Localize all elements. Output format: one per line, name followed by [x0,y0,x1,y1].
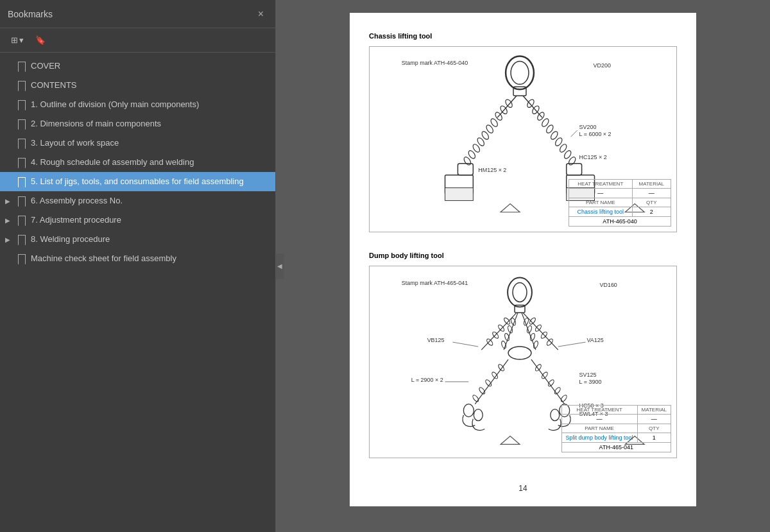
bookmark-item-4[interactable]: 4. Rough schedule of assembly and weldin… [0,153,275,172]
bookmark-icon: 🔖 [35,35,46,45]
bookmark-flag-icon [15,139,27,148]
svg-line-67 [452,342,478,347]
svg-text:SV125: SV125 [579,372,597,378]
bookmark-item-6[interactable]: 6. Assembly process No. [0,191,275,210]
bookmark-item-1[interactable]: 1. Outline of division (Only main compon… [0,95,275,114]
part-name-value: Split dump body lifting tool [561,433,637,443]
sidebar-toolbar: ⊞ ▾ 🔖 [0,28,275,53]
svg-point-59 [533,340,539,348]
chassis-section: Chassis lifting tool Stamp mark ATH-465-… [369,32,677,232]
svg-point-47 [497,324,505,332]
svg-text:HM125 × 2: HM125 × 2 [478,167,506,173]
expand-arrow-8[interactable] [5,236,15,243]
material-label: MATERIAL [637,406,671,415]
close-button[interactable]: × [254,7,268,21]
expand-arrow-7[interactable] [5,217,15,224]
svg-point-46 [503,317,511,325]
svg-point-72 [491,371,499,379]
bookmark-flag-icon [15,177,27,186]
chassis-diagram-box: Stamp mark ATH-465-040 VD200 [369,46,677,232]
bookmark-flag-icon [15,235,27,244]
bookmark-flag-icon [15,81,27,90]
svg-point-53 [504,333,510,341]
bookmark-flag-icon [15,119,27,128]
page-number: 14 [369,484,677,493]
qty-label: QTY [637,424,671,433]
bookmark-label: Machine check sheet for field assembly [31,253,269,264]
svg-text:HC125 × 2: HC125 × 2 [579,154,607,160]
svg-text:VB125: VB125 [427,337,445,343]
bookmark-label: 7. Adjustment procedure [31,215,269,226]
svg-line-60 [523,313,558,350]
bookmark-label: 3. Layout of work space [31,138,269,149]
bookmark-item-machine[interactable]: Machine check sheet for field assembly [0,249,275,268]
heat-treatment-value: — [561,415,637,424]
svg-point-3 [511,62,529,85]
bookmark-icon-button[interactable]: 🔖 [31,32,50,48]
svg-point-81 [560,394,568,402]
svg-rect-32 [567,164,582,175]
part-code: ATH-465-040 [569,217,671,227]
svg-text:L = 3900: L = 3900 [579,379,602,385]
bookmark-flag-icon [15,254,27,263]
material-value: — [632,189,671,198]
heat-treatment-label: HEAT TREATMENT [561,406,637,415]
bookmark-flag-icon [15,158,27,167]
bookmark-item-cover[interactable]: COVER [0,56,275,76]
bookmark-flag-icon [15,100,27,109]
bookmark-flag-icon [15,216,27,225]
svg-text:VD160: VD160 [599,282,617,289]
bookmark-item-3[interactable]: 3. Layout of work space [0,133,275,153]
svg-point-87 [474,409,483,421]
svg-text:Stamp mark  ATH-465-041: Stamp mark ATH-465-041 [402,280,468,286]
svg-point-6 [504,98,514,108]
qty-label: QTY [632,198,671,207]
svg-point-78 [541,371,549,379]
main-content: Chassis lifting tool Stamp mark ATH-465-… [276,0,770,532]
bookmark-flag-icon [15,62,27,71]
expand-arrow-6[interactable] [5,198,15,205]
bookmark-item-2[interactable]: 2. Dimensions of main components [0,114,275,133]
svg-point-89 [551,409,560,421]
sidebar: Bookmarks × ⊞ ▾ 🔖 COVER CONTENTS 1. Outl… [0,0,276,532]
qty-value: 1 [637,433,671,443]
heat-treatment-value: — [569,189,633,198]
sidebar-header: Bookmarks × [0,0,275,28]
part-name-label: PART NAME [569,198,633,207]
qty-value: 2 [632,207,671,217]
svg-point-42 [508,278,532,307]
svg-text:Stamp mark  ATH-465-040: Stamp mark ATH-465-040 [402,60,468,66]
svg-text:L = 2900 × 2: L = 2900 × 2 [411,377,443,383]
bookmark-label: 2. Dimensions of main components [31,119,269,130]
bookmark-label: 1. Outline of division (Only main compon… [31,99,269,110]
bookmark-item-8[interactable]: 8. Welding procedure [0,230,275,249]
svg-line-70 [475,359,508,404]
svg-point-43 [513,283,527,302]
bookmark-item-contents[interactable]: CONTENTS [0,76,275,95]
svg-text:L = 6000 × 2: L = 6000 × 2 [579,131,612,137]
bookmark-label: COVER [31,61,269,72]
page-document: Chassis lifting tool Stamp mark ATH-465-… [350,13,696,506]
chassis-title: Chassis lifting tool [369,32,677,40]
svg-point-49 [486,338,493,347]
bookmark-flag-icon [15,196,27,205]
chassis-data-table: HEAT TREATMENT MATERIAL — — PART NAME QT… [569,179,671,227]
svg-point-61 [529,317,536,325]
bookmark-label: CONTENTS [31,80,269,91]
svg-point-58 [529,333,536,341]
bookmark-item-7[interactable]: 7. Adjustment procedure [0,210,275,230]
svg-line-69 [558,342,586,347]
material-label: MATERIAL [632,180,671,189]
view-options-button[interactable]: ⊞ ▾ [6,32,28,48]
bookmark-label: 8. Welding procedure [31,234,269,245]
svg-point-65 [508,347,531,359]
bookmark-label: 5. List of jigs, tools, and consumables … [31,176,269,187]
grid-icon: ⊞ [11,35,18,45]
svg-marker-38 [501,204,520,212]
part-name-value: Chassis lifting tool [569,207,633,217]
svg-point-62 [535,324,542,332]
bookmark-item-5[interactable]: 5. List of jigs, tools, and consumables … [0,172,275,191]
sidebar-collapse-handle[interactable]: ◀ [275,253,284,279]
heat-treatment-label: HEAT TREATMENT [569,180,633,189]
svg-line-27 [571,130,578,137]
